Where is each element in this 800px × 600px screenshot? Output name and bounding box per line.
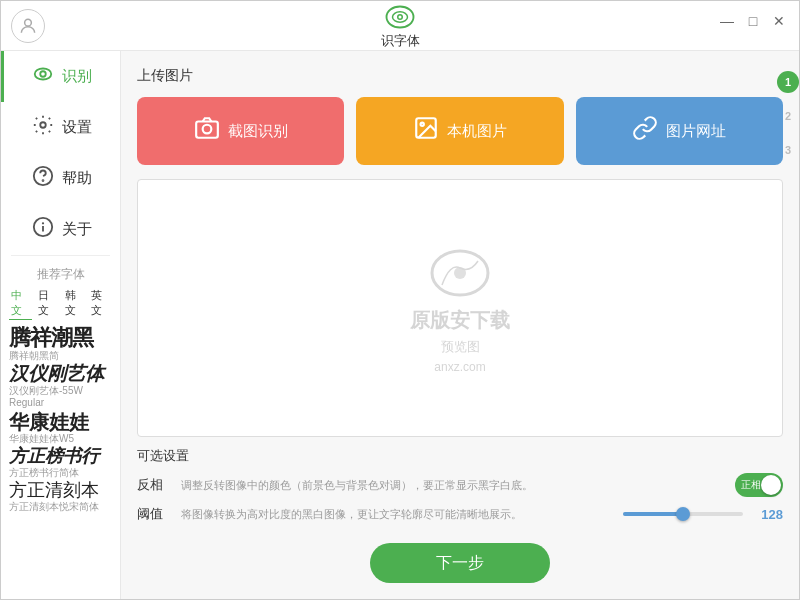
font-tabs: 中文 日文 韩文 英文 <box>9 287 112 320</box>
gear-icon <box>32 114 54 141</box>
preview-area: 原版安下载 预览图 anxz.com <box>137 179 783 437</box>
sidebar: 识别 设置 <box>1 51 121 599</box>
font-name-big: 华康娃娃 <box>9 411 112 433</box>
fonts-title: 推荐字体 <box>9 266 112 283</box>
svg-point-0 <box>25 19 32 26</box>
maximize-button[interactable]: □ <box>743 11 763 31</box>
slider-fill <box>623 512 683 516</box>
svg-point-4 <box>399 15 402 18</box>
threshold-setting-row: 阈值 将图像转换为高对比度的黑白图像，更让文字轮廓尽可能清晰地展示。 128 <box>137 505 783 523</box>
list-item[interactable]: 腾祥潮黑 腾祥朝黑简 <box>9 326 112 362</box>
help-icon <box>32 165 54 192</box>
sidebar-item-about[interactable]: 关于 <box>1 204 120 255</box>
slider-thumb[interactable] <box>676 507 690 521</box>
help-label: 帮助 <box>62 169 92 188</box>
settings-title: 可选设置 <box>137 447 783 465</box>
watermark-url: anxz.com <box>434 360 485 374</box>
threshold-slider-container: 128 <box>623 507 783 522</box>
minimize-button[interactable]: — <box>717 11 737 31</box>
font-name-small: 华康娃娃体W5 <box>9 433 112 445</box>
content-area: 上传图片 截图识别 <box>121 51 799 599</box>
local-image-button[interactable]: 本机图片 <box>356 97 563 165</box>
screenshot-label: 截图识别 <box>228 122 288 141</box>
svg-point-14 <box>202 125 211 134</box>
toggle-label: 正相 <box>735 478 761 492</box>
font-name-small: 方正榜书行简体 <box>9 467 112 479</box>
settings-label: 设置 <box>62 118 92 137</box>
invert-toggle[interactable]: 正相 <box>735 473 783 497</box>
sidebar-item-recognize[interactable]: 识别 <box>1 51 120 102</box>
invert-label: 反相 <box>137 476 173 494</box>
link-icon <box>632 115 658 147</box>
app-title: 识字体 <box>381 32 420 50</box>
right-tab-3[interactable]: 3 <box>777 139 799 161</box>
app-logo-icon <box>385 2 415 32</box>
font-name-big: 方正榜书行 <box>9 447 112 467</box>
avatar[interactable] <box>11 9 45 43</box>
svg-point-16 <box>421 123 424 126</box>
upload-buttons: 截图识别 本机图片 <box>137 97 783 165</box>
font-name-small: 汉仪刚艺体-55W Regular <box>9 385 112 409</box>
svg-point-7 <box>40 122 46 128</box>
font-name-big: 腾祥潮黑 <box>9 326 112 350</box>
local-label: 本机图片 <box>447 122 507 141</box>
sidebar-item-settings[interactable]: 设置 <box>1 102 120 153</box>
url-button[interactable]: 图片网址 <box>576 97 783 165</box>
main-area: 识别 设置 <box>1 51 799 599</box>
threshold-desc: 将图像转换为高对比度的黑白图像，更让文字轮廓尽可能清晰地展示。 <box>181 507 615 522</box>
svg-point-5 <box>35 69 52 80</box>
recognize-label: 识别 <box>62 67 92 86</box>
list-item[interactable]: 华康娃娃 华康娃娃体W5 <box>9 411 112 445</box>
app-window: 识字体 — □ ✕ 识别 <box>0 0 800 600</box>
list-item[interactable]: 方正清刻本 方正清刻本悦宋简体 <box>9 481 112 513</box>
optional-settings: 可选设置 反相 调整反转图像中的颜色（前景色与背景色对调），要正常显示黑字白底。… <box>137 437 783 531</box>
watermark-sub: 预览图 <box>441 338 480 356</box>
svg-point-9 <box>43 180 44 181</box>
threshold-slider[interactable] <box>623 512 743 516</box>
window-controls: — □ ✕ <box>717 11 789 31</box>
font-list: 腾祥潮黑 腾祥朝黑简 汉仪刚艺体 汉仪刚艺体-55W Regular 华康娃娃 … <box>9 326 112 515</box>
font-tab-zh[interactable]: 中文 <box>9 287 32 320</box>
right-tab-2[interactable]: 2 <box>777 105 799 127</box>
font-tab-ja[interactable]: 日文 <box>36 287 59 320</box>
invert-setting-row: 反相 调整反转图像中的颜色（前景色与背景色对调），要正常显示黑字白底。 正相 <box>137 473 783 497</box>
about-label: 关于 <box>62 220 92 239</box>
titlebar: 识字体 — □ ✕ <box>1 1 799 51</box>
next-button[interactable]: 下一步 <box>370 543 550 583</box>
preview-watermark: 原版安下载 预览图 anxz.com <box>410 243 510 374</box>
font-name-big: 汉仪刚艺体 <box>9 364 112 385</box>
content-inner: 上传图片 截图识别 <box>121 51 799 599</box>
font-tab-ko[interactable]: 韩文 <box>63 287 86 320</box>
info-icon <box>32 216 54 243</box>
right-tab-1[interactable]: 1 <box>777 71 799 93</box>
svg-point-6 <box>40 71 46 77</box>
sidebar-item-help[interactable]: 帮助 <box>1 153 120 204</box>
list-item[interactable]: 汉仪刚艺体 汉仪刚艺体-55W Regular <box>9 364 112 409</box>
font-tab-en[interactable]: 英文 <box>89 287 112 320</box>
camera-icon <box>194 115 220 147</box>
eye-icon <box>32 63 54 90</box>
right-tabs: 1 2 3 <box>777 51 799 599</box>
url-label: 图片网址 <box>666 122 726 141</box>
threshold-label: 阈值 <box>137 505 173 523</box>
font-name-small: 腾祥朝黑简 <box>9 350 112 362</box>
invert-desc: 调整反转图像中的颜色（前景色与背景色对调），要正常显示黑字白底。 <box>181 478 727 493</box>
font-recommendations: 推荐字体 中文 日文 韩文 英文 腾祥潮黑 腾祥朝黑简 汉仪刚艺体 汉仪刚艺体-… <box>1 256 120 599</box>
list-item[interactable]: 方正榜书行 方正榜书行简体 <box>9 447 112 479</box>
screenshot-button[interactable]: 截图识别 <box>137 97 344 165</box>
font-name-small: 方正清刻本悦宋简体 <box>9 501 112 513</box>
font-name-big: 方正清刻本 <box>9 481 112 501</box>
image-icon <box>413 115 439 147</box>
watermark-main: 原版安下载 <box>410 307 510 334</box>
upload-title: 上传图片 <box>137 67 783 85</box>
close-button[interactable]: ✕ <box>769 11 789 31</box>
preview-logo-icon <box>430 243 490 303</box>
titlebar-center: 识字体 <box>381 2 420 50</box>
